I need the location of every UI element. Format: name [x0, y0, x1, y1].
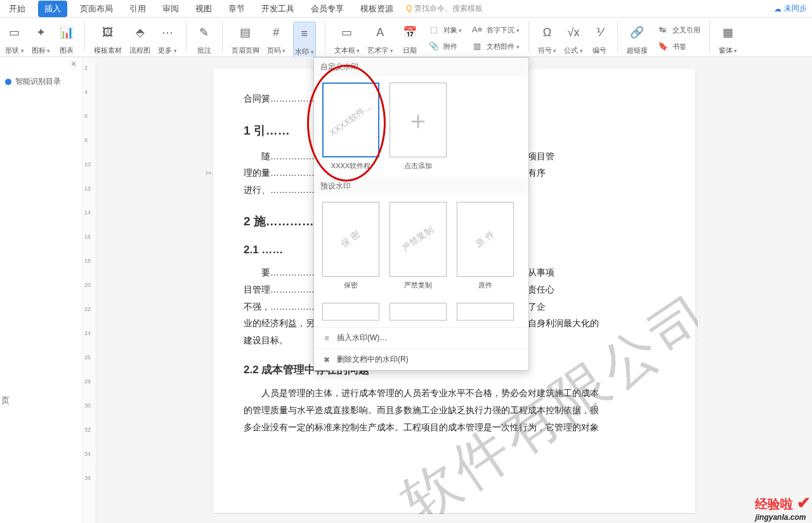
check-icon: ✔: [797, 493, 811, 512]
dropdown-section-preset: 预设水印: [314, 177, 528, 195]
ribbon-symbol[interactable]: Ω符号: [538, 22, 557, 55]
ribbon-bookmark[interactable]: 🔖 书签: [655, 38, 686, 53]
watermark-preset-nocopy[interactable]: 严禁复制 严禁复制: [388, 202, 449, 290]
remove-watermark-icon: ✖: [322, 355, 332, 365]
dropcap-icon: A≡: [469, 22, 485, 37]
tab-review[interactable]: 审阅: [159, 1, 183, 17]
ribbon-form[interactable]: ▦窗体: [719, 22, 738, 55]
brand-logo: 经验啦 ✔ jingyanla.com: [755, 493, 811, 522]
more-icon: ⋯: [160, 25, 175, 40]
doc-para: 人员是管理的主体，进行成本管理的人员若专业水平不合格，势必会对建筑施工的成本: [244, 385, 665, 402]
command-search[interactable]: Q 查找命令、搜索模板: [406, 3, 483, 14]
watermark-thumb-add[interactable]: ＋ 点击添加: [388, 83, 449, 171]
ribbon-dropcap[interactable]: A≡ 首字下沉: [469, 22, 520, 37]
form-icon: ▦: [721, 25, 736, 40]
ribbon-dropcap-parts: A≡ 首字下沉 ▥ 文档部件: [469, 22, 520, 53]
smart-toc-item[interactable]: 智能识别目录: [3, 72, 79, 91]
insert-watermark-icon: ≡: [322, 333, 332, 343]
plus-icon: ＋: [405, 103, 431, 138]
tab-view[interactable]: 视图: [192, 1, 216, 17]
ribbon-object-attach: ⬚ 对象 📎 附件: [426, 22, 462, 53]
tab-vip[interactable]: 会员专享: [307, 1, 348, 17]
ribbon-wordart[interactable]: A艺术字: [367, 22, 393, 55]
tab-start[interactable]: 开始: [5, 1, 29, 17]
ribbon-pagenumber[interactable]: #页码: [267, 22, 286, 55]
wordart-icon: A: [372, 25, 388, 40]
vertical-ruler: 2 4 6 8 10 12 14 16 18 20 22 24 26 28 30…: [82, 57, 96, 523]
watermark-dropdown: 自定义水印 XXXX软件... XXXX软件程 ＋ 点击添加 预设水印 保 密 …: [313, 57, 529, 371]
symbol-icon: Ω: [540, 25, 555, 40]
equation-icon: √x: [566, 25, 581, 40]
sync-status[interactable]: ☁ 未同步: [774, 3, 807, 14]
ribbon-docparts[interactable]: ▥ 文档部件: [469, 38, 520, 53]
watermark-preset-original[interactable]: 原 件 原件: [455, 202, 516, 290]
pagenumber-icon: #: [268, 25, 284, 40]
ribbon-equation[interactable]: √x公式: [564, 22, 583, 55]
ribbon-number[interactable]: ⅟编号: [591, 22, 608, 55]
link-icon: 🔗: [629, 25, 645, 40]
tab-references[interactable]: 引用: [126, 1, 150, 17]
menu-insert-watermark[interactable]: ≡ 插入水印(W)…: [314, 327, 528, 348]
search-icon: Q: [406, 4, 412, 13]
ribbon-flowchart[interactable]: ⬘流程图: [129, 22, 150, 55]
bookmark-icon: 🔖: [655, 38, 671, 53]
template-icon: 🖼: [100, 25, 115, 40]
tab-insert[interactable]: 插入: [38, 1, 67, 17]
ribbon-template-material[interactable]: 🖼模板素材: [94, 22, 122, 55]
tab-pagelayout[interactable]: 页面布局: [76, 1, 117, 17]
number-icon: ⅟: [592, 25, 607, 40]
left-page-label: 页: [0, 394, 11, 407]
ribbon: ▭形状 ✦图标 📊图表 🖼模板素材 ⬘流程图 ⋯更多 ✎批注 ▤页眉页脚 #页码…: [0, 18, 812, 57]
comment-icon: ✎: [197, 25, 212, 40]
ribbon-icons[interactable]: ✦图标: [32, 22, 51, 55]
watermark-icon: ≡: [297, 26, 312, 41]
menu-remove-watermark[interactable]: ✖ 删除文档中的水印(R): [314, 348, 528, 370]
ribbon-watermark[interactable]: ≡水印: [293, 22, 316, 58]
flowchart-icon: ⬘: [133, 25, 148, 40]
attach-icon: 📎: [426, 38, 442, 53]
doc-para: 多企业没有一定的标准来控制生产成本。工程项目的成本管理是一次性行为，它管理的对象: [244, 419, 665, 436]
menu-bar: 开始 插入 页面布局 引用 审阅 视图 章节 开发工具 会员专享 模板资源 Q …: [0, 0, 812, 18]
ribbon-hyperlink[interactable]: 🔗超链接: [627, 22, 648, 55]
tab-devtools[interactable]: 开发工具: [258, 1, 298, 17]
ribbon-headerfooter[interactable]: ▤页眉页脚: [232, 22, 259, 55]
dot-icon: [5, 79, 11, 85]
watermark-thumb-custom[interactable]: XXXX软件... XXXX软件程: [320, 83, 381, 171]
textbox-icon: ▭: [339, 25, 355, 40]
dropdown-section-custom: 自定义水印: [314, 58, 528, 76]
tab-chapter[interactable]: 章节: [225, 1, 249, 17]
ribbon-shapes[interactable]: ▭形状: [5, 22, 24, 55]
ribbon-more[interactable]: ⋯更多: [158, 22, 177, 55]
close-icon[interactable]: ✕: [70, 60, 77, 69]
cloud-icon: ☁: [774, 4, 782, 13]
ribbon-attachment[interactable]: 📎 附件: [426, 38, 457, 53]
object-icon: ⬚: [426, 22, 442, 37]
ribbon-date[interactable]: 📅日期: [401, 22, 419, 55]
ribbon-crossref-bookmark: ↹ 交叉引用 🔖 书签: [655, 22, 700, 53]
ribbon-crossref[interactable]: ↹ 交叉引用: [655, 22, 700, 37]
doc-para: 的管理质量与水平造成直接影响。而且多数施工企业缺乏执行力强的工程成本控制依据，很: [244, 402, 665, 419]
chart-icon: 📊: [59, 25, 74, 40]
watermark-preset-confidential[interactable]: 保 密 保密: [320, 202, 381, 290]
watermark-preset-more3[interactable]: [455, 303, 516, 321]
headerfooter-icon: ▤: [238, 25, 253, 40]
page-break-icon: ✂: [206, 169, 212, 178]
ribbon-object[interactable]: ⬚ 对象: [426, 22, 462, 37]
ribbon-textbox[interactable]: ▭文本框: [334, 22, 360, 55]
crossref-icon: ↹: [655, 22, 671, 37]
date-icon: 📅: [402, 25, 417, 40]
docparts-icon: ▥: [469, 38, 485, 53]
ribbon-chart[interactable]: 📊图表: [58, 22, 75, 55]
watermark-preset-more1[interactable]: [320, 303, 381, 321]
tab-templates[interactable]: 模板资源: [357, 1, 397, 17]
ribbon-comment[interactable]: ✎批注: [195, 22, 213, 55]
watermark-preset-more2[interactable]: [388, 303, 449, 321]
shapes-icon: ▭: [7, 25, 22, 40]
icons-icon: ✦: [33, 25, 48, 40]
outline-panel: ✕ 智能识别目录 页: [0, 57, 82, 523]
